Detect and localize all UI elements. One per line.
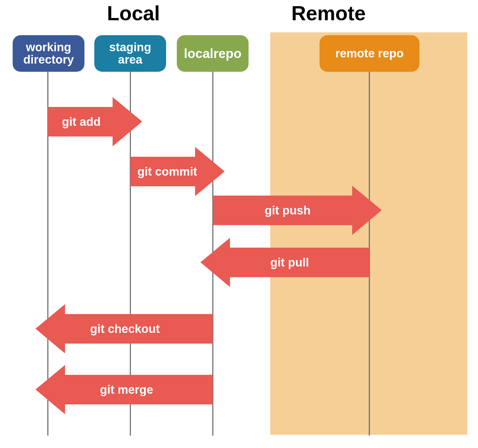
arrow-git-commit: git commit: [130, 147, 225, 196]
svg-marker-1: [113, 97, 142, 146]
col-head-localrepo: localrepo: [177, 35, 249, 72]
arrow-git-checkout: git checkout: [35, 304, 213, 353]
col-head-staging-label: staging area: [98, 41, 163, 66]
col-head-remoterepo-label: remote repo: [335, 47, 404, 60]
arrow-label-pull: git pull: [270, 256, 309, 269]
svg-marker-3: [195, 147, 225, 196]
arrow-git-merge: git merge: [35, 365, 213, 414]
svg-marker-9: [35, 304, 65, 353]
arrow-label-add: git add: [62, 115, 101, 128]
svg-marker-11: [35, 365, 65, 414]
arrow-git-push: git push: [213, 186, 382, 235]
git-flow-diagram: Local Remote git add git commit git push: [0, 0, 478, 448]
col-head-remoterepo: remote repo: [320, 35, 419, 72]
svg-marker-5: [352, 186, 382, 235]
arrow-git-add: git add: [48, 97, 142, 146]
col-head-localrepo-label: localrepo: [184, 47, 242, 60]
svg-marker-7: [200, 238, 230, 287]
arrow-label-merge: git merge: [100, 383, 153, 396]
arrow-label-push: git push: [265, 204, 311, 217]
col-head-working: working directory: [13, 35, 84, 72]
arrow-label-commit: git commit: [137, 165, 197, 178]
col-head-working-label: working directory: [16, 41, 81, 66]
col-head-staging: staging area: [94, 35, 166, 72]
arrow-label-checkout: git checkout: [90, 322, 160, 335]
arrow-git-pull: git pull: [200, 238, 369, 287]
